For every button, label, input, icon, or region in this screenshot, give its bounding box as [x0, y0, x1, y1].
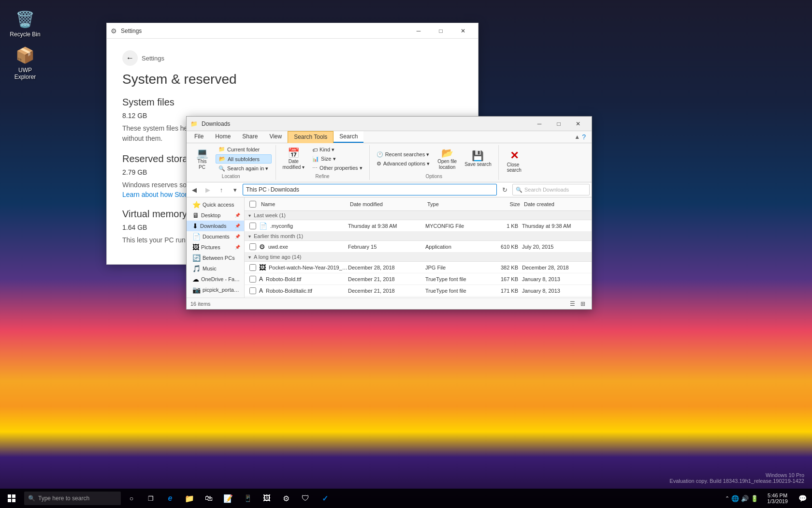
- advanced-options-button[interactable]: ⚙ Advanced options ▾: [374, 160, 433, 168]
- view-buttons: ☰ ⊞: [567, 299, 588, 309]
- open-file-location-button[interactable]: 📂 Open filelocation: [435, 147, 460, 171]
- sidebar-item-desktop[interactable]: 🖥 Desktop 📌: [187, 210, 244, 221]
- col-header-size[interactable]: Size: [488, 201, 522, 207]
- col-header-name[interactable]: Name: [259, 201, 348, 207]
- sidebar-item-downloads[interactable]: ⬇ Downloads 📌: [187, 221, 244, 231]
- tab-file[interactable]: File: [188, 131, 209, 143]
- group-long-ago[interactable]: ▾ A long time ago (14): [245, 253, 592, 262]
- taskbar-battery-icon[interactable]: 🔋: [751, 495, 758, 502]
- sidebar-item-picpick[interactable]: 📷 picpick_portable: [187, 284, 244, 295]
- taskbar-task-view-button[interactable]: ❐: [141, 489, 160, 508]
- file-row-pocket-watch[interactable]: 🖼 Pocket-watch-New-Year-2019_1600x1... D…: [245, 262, 592, 273]
- select-all-checkbox[interactable]: [249, 201, 256, 208]
- taskbar-defender-icon[interactable]: 🛡: [296, 489, 315, 508]
- file-created-uwd: July 20, 2015: [522, 244, 590, 250]
- save-search-button[interactable]: 💾 Save search: [462, 150, 494, 168]
- back-button[interactable]: ◀: [188, 184, 200, 195]
- group-last-week[interactable]: ▾ Last week (1): [245, 211, 592, 220]
- file-date-pocket-watch: December 28, 2018: [348, 265, 425, 270]
- file-created-myconfig: Thursday at 9:38 AM: [522, 223, 590, 229]
- settings-close-button[interactable]: ✕: [452, 23, 474, 39]
- other-properties-button[interactable]: ⋯ Other properties ▾: [309, 164, 365, 172]
- sidebar-item-pictures[interactable]: 🖼 Pictures 📌: [187, 242, 244, 253]
- taskbar-clock[interactable]: 5:46 PM 1/3/2019: [762, 489, 793, 508]
- search-box[interactable]: 🔍 Search Downloads: [512, 184, 590, 195]
- up-button[interactable]: ↑: [216, 184, 227, 195]
- kind-icon: 🏷: [312, 147, 318, 153]
- taskbar-photos-icon[interactable]: 🖼: [257, 489, 276, 508]
- other-properties-icon: ⋯: [312, 165, 318, 171]
- current-folder-button[interactable]: 📁 Current folder: [216, 145, 272, 153]
- file-checkbox-uwd[interactable]: [249, 243, 256, 250]
- file-checkbox-pocket-watch[interactable]: [249, 264, 256, 271]
- close-search-button[interactable]: ✕ Closesearch: [503, 149, 526, 174]
- taskbar-edge-icon[interactable]: e: [160, 489, 180, 508]
- refresh-button[interactable]: ↻: [499, 184, 510, 195]
- group-chevron-earlier: ▾: [248, 234, 251, 239]
- file-row-uwd[interactable]: ⚙ uwd.exe February 15 Application 610 KB…: [245, 241, 592, 253]
- tab-search[interactable]: Search: [334, 131, 363, 143]
- documents-label-sb: Documents: [203, 234, 230, 239]
- file-row-roboto-bold-italic[interactable]: A Roboto-BoldItalic.ttf December 21, 201…: [245, 285, 592, 297]
- settings-maximize-button[interactable]: □: [430, 23, 452, 39]
- settings-back-button[interactable]: ←: [122, 50, 138, 66]
- recent-searches-button[interactable]: 🕐 Recent searches ▾: [374, 150, 433, 159]
- taskbar-cortana-button[interactable]: ○: [122, 489, 141, 508]
- taskbar-sticky-notes-button[interactable]: 📝: [218, 489, 238, 508]
- explorer-close-button[interactable]: ✕: [568, 117, 588, 131]
- search-again-button[interactable]: 🔍 Search again in ▾: [216, 164, 272, 173]
- date-modified-button[interactable]: 📅 Datemodified ▾: [280, 147, 308, 171]
- taskbar-todo-icon[interactable]: ✓: [315, 489, 334, 508]
- address-path[interactable]: This PC › Downloads: [243, 184, 497, 195]
- picpick-label: picpick_portable: [203, 287, 240, 293]
- settings-minimize-button[interactable]: ─: [407, 23, 430, 39]
- sidebar-item-between-pcs[interactable]: 🔄 Between PCs: [187, 253, 244, 263]
- file-checkbox-myconfig[interactable]: [249, 223, 256, 229]
- file-row-roboto-bold[interactable]: A Roboto-Bold.ttf December 21, 2018 True…: [245, 273, 592, 285]
- forward-button[interactable]: ▶: [202, 184, 214, 195]
- sidebar-item-quick-access[interactable]: ⭐ Quick access: [187, 199, 244, 210]
- sidebar-item-documents[interactable]: 📄 Documents 📌: [187, 231, 244, 242]
- all-subfolders-button[interactable]: 📂 All subfolders: [216, 154, 272, 164]
- details-view-button[interactable]: ☰: [567, 299, 577, 309]
- tab-view[interactable]: View: [263, 131, 288, 143]
- tab-share[interactable]: Share: [236, 131, 263, 143]
- sidebar-item-music[interactable]: 🎵 Music: [187, 263, 244, 274]
- file-size-uwd: 610 KB: [488, 244, 522, 250]
- taskbar-arrow-icon[interactable]: ⌃: [725, 495, 729, 502]
- col-header-created[interactable]: Date created: [522, 201, 590, 207]
- size-button[interactable]: 📊 Size ▾: [309, 155, 365, 163]
- ribbon-help-button[interactable]: ?: [582, 133, 586, 141]
- path-this-pc[interactable]: This PC: [246, 186, 267, 193]
- this-pc-button[interactable]: 💻 ThisPC: [190, 147, 214, 171]
- taskbar-volume-icon[interactable]: 🔊: [741, 495, 749, 502]
- uwp-explorer-icon[interactable]: 📦 UWP Explorer: [8, 44, 43, 83]
- taskbar-network-icon[interactable]: 🌐: [731, 495, 739, 502]
- path-downloads[interactable]: Downloads: [271, 186, 299, 193]
- recycle-bin-icon[interactable]: 🗑️ Recycle Bin: [8, 8, 43, 40]
- sidebar-item-onedrive1[interactable]: ☁ OneDrive - Fami...: [187, 274, 244, 284]
- large-icons-view-button[interactable]: ⊞: [578, 299, 588, 309]
- taskbar-action-center-button[interactable]: 💬: [793, 489, 812, 508]
- ribbon-tabs: File Home Share View Search Tools Search…: [187, 131, 592, 143]
- explorer-maximize-button[interactable]: □: [549, 117, 568, 131]
- file-checkbox-roboto-bold-italic[interactable]: [249, 287, 256, 294]
- options-group-label: Options: [374, 173, 494, 180]
- kind-button[interactable]: 🏷 Kind ▾: [309, 146, 365, 154]
- explorer-minimize-button[interactable]: ─: [530, 117, 549, 131]
- tab-home[interactable]: Home: [209, 131, 236, 143]
- ribbon-collapse-button[interactable]: ▲: [574, 134, 580, 140]
- group-earlier-month[interactable]: ▾ Earlier this month (1): [245, 232, 592, 241]
- start-button[interactable]: [0, 489, 23, 508]
- taskbar-file-explorer-button[interactable]: 📁: [180, 489, 199, 508]
- taskbar-search-box[interactable]: 🔍 Type here to search: [24, 492, 121, 505]
- recent-locations-button[interactable]: ▾: [229, 184, 241, 195]
- file-row-myconfig[interactable]: 📄 .myconfig Thursday at 9:38 AM MYCONFIG…: [245, 220, 592, 232]
- col-header-date[interactable]: Date modified: [348, 201, 425, 207]
- file-checkbox-roboto-bold[interactable]: [249, 276, 256, 283]
- taskbar-settings-icon[interactable]: ⚙: [276, 489, 296, 508]
- taskbar-store-icon[interactable]: 🛍: [199, 489, 218, 508]
- col-header-type[interactable]: Type: [425, 201, 488, 207]
- taskbar-phone-icon[interactable]: 📱: [238, 489, 257, 508]
- tab-search-tools[interactable]: Search Tools: [288, 131, 334, 143]
